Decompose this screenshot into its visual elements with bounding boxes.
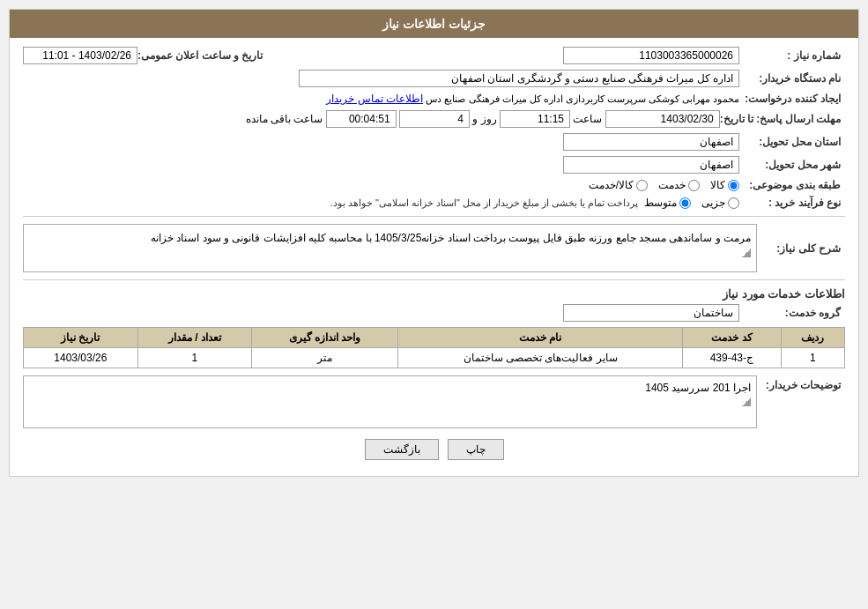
cell-unit: متر bbox=[252, 348, 398, 368]
main-card: جزئیات اطلاعات نیاز شماره نیاز : 1103003… bbox=[9, 9, 859, 477]
process-motavasset[interactable]: متوسط bbox=[644, 197, 691, 209]
remaining-time: 00:04:51 bbox=[326, 110, 397, 128]
creator-link[interactable]: اطلاعات تماس خریدار bbox=[326, 93, 423, 105]
response-deadline-row: مهلت ارسال پاسخ: تا تاریخ: 1403/02/30 سا… bbox=[23, 110, 845, 128]
category-label: طبقه بندی موضوعی: bbox=[739, 179, 845, 191]
resize-handle bbox=[742, 249, 751, 257]
response-days: 4 bbox=[399, 110, 470, 128]
card-header: جزئیات اطلاعات نیاز bbox=[10, 10, 858, 38]
remaining-label: ساعت باقی مانده bbox=[246, 113, 323, 125]
card-body: شماره نیاز : 1103003365000026 تاریخ و سا… bbox=[10, 38, 858, 476]
need-number-value: 1103003365000026 bbox=[563, 47, 739, 64]
category-kala[interactable]: کالا bbox=[710, 179, 739, 191]
category-khedmat[interactable]: خدمت bbox=[658, 179, 700, 191]
col-date: تاریخ نیاز bbox=[24, 328, 138, 348]
delivery-province-label: استان محل تحویل: bbox=[739, 136, 845, 148]
cell-row: 1 bbox=[781, 348, 844, 368]
process-jozi[interactable]: جزیی bbox=[701, 197, 739, 209]
category-row: طبقه بندی موضوعی: کالا خدمت کالا/خدمت bbox=[23, 179, 845, 191]
print-button[interactable]: چاپ bbox=[448, 439, 504, 460]
buyer-org-row: نام دستگاه خریدار: اداره کل میراث فرهنگی… bbox=[23, 70, 845, 87]
date-value: 1403/02/26 - 11:01 bbox=[23, 47, 137, 64]
need-number-label: شماره نیاز : bbox=[739, 49, 845, 62]
buyer-desc-value: اجرا 201 سررسید 1405 bbox=[23, 375, 757, 428]
process-row: نوع فرآیند خرید : جزیی متوسط پرداخت تمام… bbox=[23, 197, 845, 209]
service-group-label: گروه خدمت: bbox=[739, 307, 845, 319]
delivery-province-value: اصفهان bbox=[563, 133, 739, 151]
response-date: 1403/02/30 bbox=[605, 110, 720, 128]
service-group-value: ساختمان bbox=[563, 304, 739, 322]
services-table: ردیف کد خدمت نام خدمت واحد اندازه گیری ت… bbox=[23, 327, 845, 368]
creator-value: محمود مهرابی کوشکی سرپرست کاربردازی ادار… bbox=[426, 93, 739, 105]
description-container: مرمت و ساماندهی مسجد جامع ورزنه طبق فایل… bbox=[23, 224, 757, 272]
need-number-row: شماره نیاز : 1103003365000026 تاریخ و سا… bbox=[23, 47, 845, 64]
table-header-row: ردیف کد خدمت نام خدمت واحد اندازه گیری ت… bbox=[24, 328, 845, 348]
cell-name: سایر فعالیت‌های تخصصی ساختمان bbox=[398, 348, 683, 368]
buyer-desc-label: توضیحات خریدار: bbox=[757, 375, 845, 391]
response-time-label: ساعت bbox=[573, 113, 602, 125]
process-notice: پرداخت تمام یا بخشی از مبلغ خریدار از مح… bbox=[330, 197, 639, 209]
service-group-row: گروه خدمت: ساختمان bbox=[23, 304, 845, 322]
services-section-title: اطلاعات خدمات مورد نیاز bbox=[23, 287, 845, 301]
col-name: نام خدمت bbox=[398, 328, 683, 348]
cell-quantity: 1 bbox=[137, 348, 252, 368]
response-time: 11:15 bbox=[500, 110, 570, 128]
process-options: جزیی متوسط bbox=[644, 197, 739, 209]
creator-label: ایجاد کننده درخواست: bbox=[739, 93, 845, 105]
divider-1 bbox=[23, 216, 845, 217]
response-deadline-label: مهلت ارسال پاسخ: تا تاریخ: bbox=[720, 113, 845, 125]
creator-row: ایجاد کننده درخواست: محمود مهرابی کوشکی … bbox=[23, 93, 845, 105]
category-options: کالا خدمت کالا/خدمت bbox=[589, 179, 739, 191]
delivery-city-label: شهر محل تحویل: bbox=[739, 159, 845, 171]
divider-2 bbox=[23, 279, 845, 280]
col-quantity: تعداد / مقدار bbox=[137, 328, 252, 348]
buyer-desc-row: توضیحات خریدار: اجرا 201 سررسید 1405 bbox=[23, 375, 845, 428]
cell-date: 1403/03/26 bbox=[24, 348, 138, 368]
button-row: چاپ بازگشت bbox=[23, 439, 845, 460]
process-label: نوع فرآیند خرید : bbox=[739, 197, 845, 209]
buyer-desc-container: اجرا 201 سررسید 1405 bbox=[23, 375, 757, 428]
buyer-org-label: نام دستگاه خریدار: bbox=[739, 72, 845, 85]
delivery-city-row: شهر محل تحویل: اصفهان bbox=[23, 156, 845, 174]
buyer-org-value: اداره کل میراث فرهنگی صنایع دستی و گردشگ… bbox=[299, 70, 739, 87]
col-code: کد خدمت bbox=[683, 328, 782, 348]
cell-code: ج-43-439 bbox=[683, 348, 782, 368]
category-kala-khedmat[interactable]: کالا/خدمت bbox=[589, 179, 648, 191]
resize-handle-2 bbox=[742, 397, 751, 406]
delivery-province-row: استان محل تحویل: اصفهان bbox=[23, 133, 845, 151]
description-label: شرح کلی نیاز: bbox=[757, 242, 845, 255]
back-button[interactable]: بازگشت bbox=[365, 439, 439, 460]
description-row: شرح کلی نیاز: مرمت و ساماندهی مسجد جامع … bbox=[23, 224, 845, 272]
table-row: 1ج-43-439سایر فعالیت‌های تخصصی ساختمانمت… bbox=[24, 348, 845, 368]
page-wrapper: جزئیات اطلاعات نیاز شماره نیاز : 1103003… bbox=[0, 0, 868, 609]
description-value: مرمت و ساماندهی مسجد جامع ورزنه طبق فایل… bbox=[23, 224, 757, 272]
delivery-city-value: اصفهان bbox=[563, 156, 739, 174]
page-title: جزئیات اطلاعات نیاز bbox=[382, 17, 486, 31]
date-label: تاریخ و ساعت اعلان عمومی: bbox=[137, 49, 267, 62]
col-row: ردیف bbox=[781, 328, 844, 348]
col-unit: واحد اندازه گیری bbox=[252, 328, 398, 348]
response-days-label: روز و bbox=[472, 113, 496, 125]
